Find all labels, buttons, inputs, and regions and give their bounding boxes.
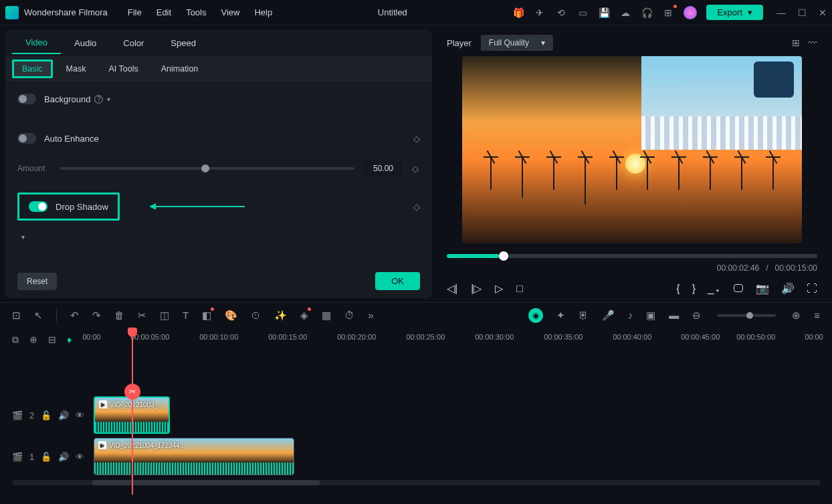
- redo-icon[interactable]: ↷: [92, 309, 101, 322]
- save-icon[interactable]: 💾: [598, 7, 610, 19]
- send-icon[interactable]: ✈: [534, 7, 546, 19]
- maximize-button[interactable]: ☐: [798, 7, 807, 18]
- menu-help[interactable]: Help: [254, 7, 272, 17]
- zoom-in-icon[interactable]: ⊕: [792, 309, 801, 322]
- mute-icon[interactable]: 🔊: [58, 410, 69, 420]
- mic-icon[interactable]: 🎤: [602, 309, 615, 322]
- playhead[interactable]: ✂: [132, 328, 133, 495]
- volume-icon[interactable]: 🔊: [781, 282, 795, 295]
- headphones-icon[interactable]: 🎧: [641, 7, 653, 19]
- fullscreen-icon[interactable]: ⛶: [807, 283, 817, 295]
- marker-icon[interactable]: ▬: [669, 309, 679, 321]
- zoom-slider[interactable]: [717, 314, 776, 317]
- cloud-icon[interactable]: ☁: [619, 7, 631, 19]
- adjust-icon[interactable]: ◧: [202, 309, 211, 322]
- subtab-mask[interactable]: Mask: [57, 60, 96, 78]
- color-icon[interactable]: 🎨: [225, 309, 237, 322]
- help-icon[interactable]: ?: [94, 95, 103, 104]
- waveform-icon[interactable]: 〰: [808, 37, 817, 48]
- tab-speed[interactable]: Speed: [157, 33, 209, 53]
- scrollbar-thumb[interactable]: [92, 480, 320, 485]
- visibility-icon[interactable]: 👁: [76, 452, 84, 462]
- visibility-icon[interactable]: 👁: [76, 410, 84, 420]
- shield-icon[interactable]: ⛨: [579, 309, 589, 321]
- chevron-down-icon[interactable]: ▾: [107, 96, 110, 103]
- apps-icon[interactable]: ⊞: [662, 7, 674, 19]
- reset-button[interactable]: Reset: [17, 273, 57, 290]
- select-tool-icon[interactable]: ⊡: [12, 309, 21, 322]
- timer-icon[interactable]: ⏱: [344, 309, 354, 321]
- settings-icon[interactable]: ⎯▾: [708, 283, 721, 295]
- chevron-down-icon[interactable]: ▾: [21, 233, 25, 241]
- snapshot-icon[interactable]: 📷: [756, 282, 769, 295]
- crop-icon[interactable]: ◫: [160, 309, 169, 322]
- timeline-scrollbar[interactable]: [12, 480, 820, 485]
- zoom-out-icon[interactable]: ⊖: [692, 309, 701, 322]
- music-icon[interactable]: ♪: [628, 309, 633, 321]
- minimize-button[interactable]: —: [776, 7, 786, 18]
- pip-overlay[interactable]: [641, 56, 802, 150]
- scissors-icon[interactable]: ✂: [124, 384, 140, 400]
- text-icon[interactable]: T: [183, 309, 189, 321]
- menu-file[interactable]: File: [128, 7, 142, 17]
- play-button[interactable]: ▷: [495, 282, 503, 295]
- ai-badge-icon[interactable]: ◉: [528, 308, 543, 323]
- subtab-ai-tools[interactable]: AI Tools: [99, 60, 147, 78]
- list-view-icon[interactable]: ≡: [814, 309, 820, 321]
- auto-enhance-toggle[interactable]: [17, 133, 36, 144]
- preview-canvas[interactable]: [462, 56, 802, 243]
- drop-shadow-toggle[interactable]: [29, 201, 47, 212]
- delete-icon[interactable]: 🗑: [114, 309, 124, 321]
- cut-icon[interactable]: ✂: [138, 309, 146, 322]
- export-button[interactable]: Export ▾: [706, 5, 763, 20]
- time-ruler[interactable]: 00:0000:00:05:0000:00:10:0000:00:15:0000…: [82, 333, 820, 346]
- quality-select[interactable]: Full Quality ▾: [481, 35, 553, 51]
- display-icon[interactable]: 🖵: [733, 283, 744, 295]
- keyframe-icon[interactable]: ◇: [413, 134, 420, 144]
- lock-icon[interactable]: 🔓: [41, 410, 51, 420]
- amount-value[interactable]: 50.00: [364, 160, 403, 176]
- menu-edit[interactable]: Edit: [157, 7, 171, 17]
- magnet-icon[interactable]: ⊕: [29, 334, 37, 346]
- mark-out-icon[interactable]: }: [692, 283, 696, 295]
- subtab-basic[interactable]: Basic: [12, 59, 53, 78]
- group-icon[interactable]: ⊟: [48, 334, 56, 346]
- keyframe-icon[interactable]: ◇: [412, 164, 419, 174]
- pointer-tool-icon[interactable]: ↖: [34, 309, 43, 322]
- mark-in-icon[interactable]: {: [676, 283, 680, 295]
- amount-slider[interactable]: [60, 167, 354, 170]
- mute-icon[interactable]: 🔊: [58, 452, 69, 462]
- playback-progress[interactable]: [447, 254, 817, 258]
- progress-thumb[interactable]: [499, 251, 508, 261]
- marker-add-icon[interactable]: ♦: [67, 334, 72, 346]
- tab-color[interactable]: Color: [110, 33, 157, 53]
- subtab-animation[interactable]: Animation: [152, 60, 208, 78]
- close-button[interactable]: ✕: [819, 7, 827, 18]
- ok-button[interactable]: OK: [375, 272, 420, 290]
- link-icon[interactable]: ⧉: [12, 334, 19, 346]
- tab-audio[interactable]: Audio: [61, 33, 110, 53]
- menu-tools[interactable]: Tools: [186, 7, 206, 17]
- speed-icon[interactable]: ⏲: [251, 309, 261, 321]
- stop-button[interactable]: □: [516, 283, 523, 295]
- undo-icon[interactable]: ↶: [70, 309, 79, 322]
- pip-icon[interactable]: ▣: [646, 309, 655, 322]
- keyframe-tool-icon[interactable]: ◈: [300, 309, 308, 322]
- tab-video[interactable]: Video: [12, 32, 61, 54]
- grid-view-icon[interactable]: ⊞: [792, 37, 800, 48]
- grid-icon[interactable]: ▦: [322, 309, 331, 322]
- sparkle-icon[interactable]: ✦: [556, 309, 565, 322]
- clip-video1[interactable]: ▶VID_20221004_172344...: [94, 438, 294, 475]
- lock-icon[interactable]: 🔓: [41, 452, 51, 462]
- gift-icon[interactable]: 🎁: [512, 7, 524, 19]
- background-toggle[interactable]: [17, 94, 36, 104]
- ai-effect-icon[interactable]: ✨: [274, 309, 287, 322]
- avatar[interactable]: [684, 6, 697, 19]
- menu-view[interactable]: View: [221, 7, 239, 17]
- more-icon[interactable]: »: [368, 309, 373, 321]
- keyframe-icon[interactable]: ◇: [413, 202, 420, 212]
- prev-frame-button[interactable]: ◁|: [447, 282, 457, 295]
- next-frame-button[interactable]: |▷: [471, 282, 482, 295]
- undo-history-icon[interactable]: ⟲: [555, 7, 567, 19]
- monitor-icon[interactable]: ▭: [577, 7, 589, 19]
